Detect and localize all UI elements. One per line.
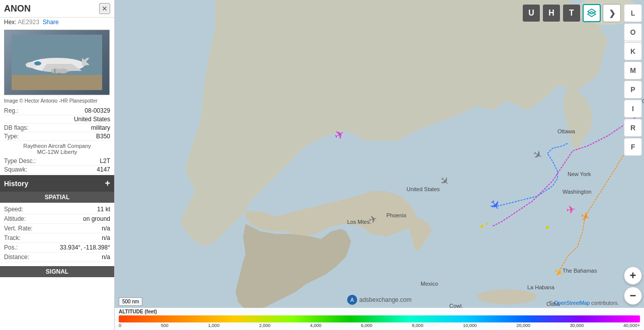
btn-P[interactable]: P [624,80,642,99]
copyright: © OpenStreetMap contributors. [549,300,619,306]
distance-row: Distance: n/a [4,253,110,262]
distance-label: Distance: [4,254,29,261]
signal-header: SIGNAL [0,266,114,277]
country-value: United States [74,116,110,123]
dbflags-label: DB flags: [4,124,29,131]
reg-value: 08-00329 [85,107,110,114]
vertrate-value: n/a [102,225,110,232]
altitude-value: on ground [83,215,110,222]
btn-K[interactable]: K [624,42,642,60]
squawk-value: 4147 [97,166,110,173]
speed-label: Speed: [4,206,23,213]
sidebar: ANON ✕ Hex: AE2923 Share [0,0,115,330]
history-header[interactable]: History + [0,175,114,192]
typedesc-value: L2T [100,157,110,164]
btn-O[interactable]: O [624,23,642,41]
watermark-text: adsbexchange.com [359,296,412,303]
squawk-row: Squawk: 4147 [4,166,110,174]
type-label: Type: [4,133,19,140]
track-value: n/a [102,234,110,241]
hex-value: AE2923 [18,19,39,26]
btn-collapse[interactable]: ❯ [603,4,621,22]
altitude-bar-label: ALTITUDE (feet) [119,309,640,314]
svg-point-19 [512,113,542,128]
watermark: A adsbexchange.com [347,295,412,305]
altitude-row: Altitude: on ground [4,214,110,224]
speed-row: Speed: 11 kt [4,205,110,214]
map-svg [115,0,644,330]
manufacturer-block: Raytheon Aircraft Company MC-12W Liberty [0,142,114,156]
squawk-label: Squawk: [4,166,27,173]
openstreetmap-link[interactable]: OpenStreetMap [554,300,590,306]
info-table-2: Type Desc.: L2T Squawk: 4147 [0,156,114,175]
btn-T[interactable]: T [562,4,581,22]
btn-F[interactable]: F [624,138,642,156]
share-link[interactable]: Share [43,19,59,26]
vertrate-label: Vert. Rate: [4,225,33,232]
pos-value: 33.934°, -118.398° [60,244,110,251]
layers-icon [587,8,597,18]
history-label: History [4,180,28,188]
distance-value: n/a [102,254,110,261]
sidebar-header: ANON ✕ [0,0,114,18]
btn-R[interactable]: R [624,119,642,137]
svg-point-16 [477,289,537,304]
zoom-controls: + − [624,267,642,305]
typedesc-row: Type Desc.: L2T [4,157,110,166]
image-credit: Image © Hector Antonio -HR Planespotter [0,97,114,106]
altitude-label: Altitude: [4,215,26,222]
btn-H[interactable]: H [542,4,560,22]
pos-row: Pos.: 33.934°, -118.398° [4,243,110,253]
scale-label: 500 nm [122,299,139,304]
dbflags-row: DB flags: military [4,124,110,132]
spatial-label: SPATIAL [45,194,70,201]
btn-layers[interactable] [583,4,601,22]
map-top-buttons: U H T ❯ [522,4,621,22]
svg-point-25 [546,226,549,229]
svg-rect-1 [12,75,102,90]
type-row: Type: B350 [4,132,110,141]
vertrate-row: Vert. Rate: n/a [4,224,110,233]
typedesc-label: Type Desc.: [4,157,36,164]
image-placeholder [5,30,109,95]
map-container[interactable]: United States Ottawa New York Washington… [115,0,644,330]
altitude-gradient [119,315,640,322]
country-row: United States [4,115,110,124]
svg-point-23 [480,225,484,228]
track-row: Track: n/a [4,233,110,243]
manufacturer-name: Raytheon Aircraft Company [4,143,110,149]
hex-row: Hex: AE2923 Share [0,18,114,28]
pos-label: Pos.: [4,244,18,251]
svg-point-15 [366,236,487,297]
altitude-bar: ALTITUDE (feet) 0 500 1,000 2,000 4,000 … [115,308,644,330]
svg-point-10 [34,61,41,65]
speed-value: 11 kt [97,206,110,213]
type-value: B350 [96,133,110,140]
svg-point-20 [449,122,474,134]
zoom-in-button[interactable]: + [624,267,642,285]
spatial-table: Speed: 11 kt Altitude: on ground Vert. R… [0,203,114,264]
signal-label: SIGNAL [46,268,68,275]
svg-point-24 [486,223,488,225]
scale-bar: 500 nm [119,297,142,306]
history-expand-icon[interactable]: + [105,178,110,189]
btn-L[interactable]: L [624,4,642,22]
aircraft-svg [12,35,102,90]
info-table: Reg.: 08-00329 United States DB flags: m… [0,106,114,142]
aircraft-title: ANON [4,4,31,14]
svg-point-8 [58,68,68,73]
spatial-header: SPATIAL [0,192,114,203]
reg-label: Reg.: [4,107,19,114]
btn-M[interactable]: M [624,61,642,79]
track-label: Track: [4,234,21,241]
btn-U[interactable]: U [522,4,540,22]
aircraft-image [4,30,110,95]
model-name: MC-12W Liberty [4,149,110,155]
map-right-buttons: L O K M P I R F [624,4,642,156]
close-button[interactable]: ✕ [99,3,110,14]
watermark-logo: A [347,295,357,305]
btn-I[interactable]: I [624,100,642,118]
dbflags-value: military [91,124,110,131]
altitude-ticks: 0 500 1,000 2,000 4,000 6,000 8,000 10,0… [119,323,640,328]
zoom-out-button[interactable]: − [624,287,642,305]
